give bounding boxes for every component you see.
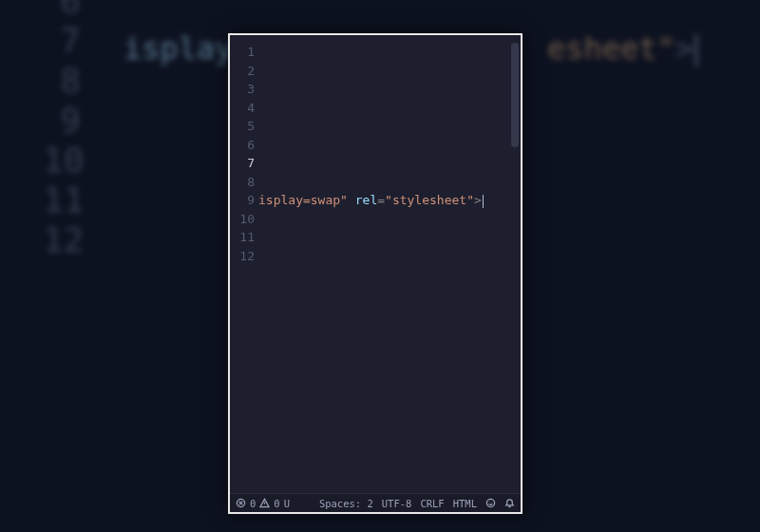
line-number: 1 [230, 43, 255, 62]
bg-line-number: 11 [43, 180, 81, 220]
status-git-indicator[interactable]: U [284, 498, 290, 509]
bg-code-fragment: > [675, 30, 694, 66]
status-eol[interactable]: CRLF [420, 498, 444, 509]
bg-line-number: 12 [43, 220, 81, 260]
code-token-punct: = [377, 193, 385, 207]
line-number: 3 [230, 80, 255, 99]
background-code-right: esheet"> [547, 30, 694, 66]
warning-icon[interactable] [259, 498, 270, 508]
bg-code-fragment: esheet" [547, 30, 675, 66]
status-spaces[interactable]: Spaces: 2 [319, 498, 373, 509]
code-token-attr: rel [348, 193, 377, 207]
background-code-left: isplay [124, 30, 234, 66]
line-number: 11 [230, 228, 255, 247]
line-number: 12 [230, 247, 255, 266]
bg-line-number: 6 [43, 0, 81, 21]
status-encoding[interactable]: UTF-8 [382, 498, 412, 509]
line-number: 2 [230, 62, 255, 81]
status-language[interactable]: HTML [453, 498, 477, 509]
error-icon[interactable] [236, 498, 246, 508]
code-token-string: isplay=swap" [258, 193, 348, 207]
status-center: Spaces: 2 UTF-8 CRLF HTML [319, 498, 515, 509]
svg-point-1 [486, 499, 494, 506]
editor-body[interactable]: 1 2 3 4 5 6 7 8 9 10 11 12 isplay=swap" … [230, 35, 521, 493]
code-token-string: "stylesheet" [385, 193, 474, 207]
code-line-7[interactable]: isplay=swap" rel="stylesheet"> [258, 191, 521, 210]
feedback-icon[interactable] [485, 498, 496, 509]
line-number: 4 [230, 99, 255, 118]
background-cursor [695, 34, 697, 66]
text-cursor [483, 195, 484, 208]
bg-line-number: 9 [43, 101, 81, 141]
background-gutter: 6 7 8 9 10 11 12 [43, 0, 81, 260]
error-count[interactable]: 0 [250, 498, 256, 509]
line-number: 10 [230, 210, 255, 229]
line-number-active: 7 [230, 154, 255, 173]
bg-line-number: 8 [43, 61, 81, 101]
status-left: 0 0 U [236, 498, 290, 509]
code-area[interactable]: isplay=swap" rel="stylesheet"> [258, 35, 521, 493]
line-number: 6 [230, 136, 255, 155]
line-number: 9 [230, 191, 255, 210]
bell-icon[interactable] [504, 498, 515, 509]
editor-overlay-window: 1 2 3 4 5 6 7 8 9 10 11 12 isplay=swap" … [228, 33, 522, 514]
bg-code-fragment: isplay [124, 30, 234, 66]
vertical-scrollbar[interactable] [511, 43, 519, 147]
status-bar: 0 0 U Spaces: 2 UTF-8 CRLF HTML [230, 493, 521, 512]
line-number-gutter: 1 2 3 4 5 6 7 8 9 10 11 12 [230, 35, 258, 493]
bg-line-number: 10 [43, 141, 81, 180]
line-number: 8 [230, 173, 255, 192]
warning-count[interactable]: 0 [274, 498, 279, 509]
line-number: 5 [230, 117, 255, 136]
bg-line-number: 7 [43, 21, 81, 61]
code-token-punct: > [474, 193, 482, 207]
